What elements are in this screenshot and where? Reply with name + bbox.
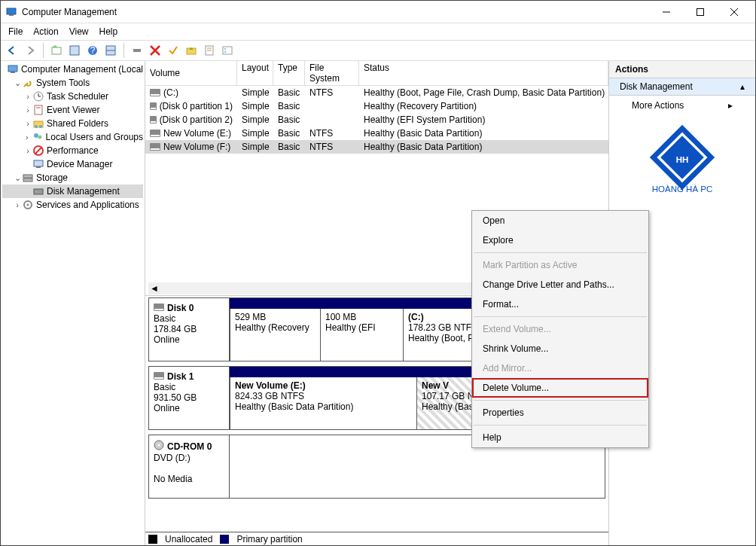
volume-status: Healthy (EFI System Partition) (359, 114, 608, 125)
volume-icon (150, 102, 157, 110)
tree-item-shared-folders[interactable]: ›Shared Folders (2, 117, 143, 130)
disk-info[interactable]: Disk 1Basic931.50 GBOnline (148, 366, 230, 430)
menu-file[interactable]: File (8, 26, 23, 37)
svg-text:?: ? (90, 45, 96, 56)
ctx-properties[interactable]: Properties (472, 403, 648, 422)
ctx-format-[interactable]: Format... (472, 294, 648, 314)
tree-twisty[interactable]: ⌄ (13, 78, 22, 88)
legend-primary: Primary partition (236, 534, 302, 544)
volume-name: New Volume (E:) (163, 128, 231, 139)
context-menu: OpenExploreMark Partition as ActiveChang… (471, 210, 649, 448)
svg-text:HOÀNG HÀ PC: HOÀNG HÀ PC (652, 185, 713, 194)
folder-up-button[interactable] (183, 42, 200, 59)
volume-row[interactable]: New Volume (E:)SimpleBasicNTFSHealthy (B… (145, 127, 608, 140)
ctx-delete-volume-[interactable]: Delete Volume... (472, 378, 648, 398)
col-layout[interactable]: Layout (237, 61, 273, 85)
partition[interactable]: New Volume (E:)824.33 GB NTFSHealthy (Ba… (230, 377, 416, 429)
volume-layout: Simple (237, 87, 273, 98)
disk-icon (154, 371, 164, 382)
close-button[interactable] (717, 1, 751, 23)
up-button[interactable] (48, 42, 65, 59)
actions-section[interactable]: Disk Management ▴ (609, 78, 755, 96)
scroll-left-icon[interactable]: ◄ (148, 282, 160, 294)
tree-item-device-manager[interactable]: Device Manager (2, 157, 143, 171)
ctx-open[interactable]: Open (472, 211, 648, 230)
partition-size: 529 MB (235, 312, 316, 322)
nav-tree[interactable]: Computer Management (Local⌄System Tools›… (1, 61, 145, 545)
col-type[interactable]: Type (273, 61, 305, 85)
disk-status: Online (154, 403, 224, 413)
svg-point-41 (35, 191, 37, 192)
volume-type: Basic (273, 142, 305, 152)
tree-item-computer-management-local[interactable]: Computer Management (Local (2, 63, 143, 76)
tree-twisty[interactable]: › (23, 105, 32, 114)
ctx-shrink-volume-[interactable]: Shrink Volume... (472, 339, 648, 358)
computer-management-window: Computer Management File Action View Hel… (0, 0, 756, 546)
volume-row[interactable]: (Disk 0 partition 1)SimpleBasicHealthy (… (145, 99, 608, 113)
delete-button[interactable] (147, 42, 163, 59)
volume-row[interactable]: New Volume (F:)SimpleBasicNTFSHealthy (B… (145, 140, 608, 154)
volume-row[interactable]: (C:)SimpleBasicNTFSHealthy (Boot, Page F… (145, 86, 608, 99)
tree-twisty[interactable]: › (23, 92, 32, 101)
menu-view[interactable]: View (69, 26, 89, 37)
tree-twisty[interactable]: › (13, 200, 22, 209)
settings-button[interactable] (129, 42, 145, 59)
partition[interactable]: 100 MBHealthy (EFI (320, 309, 403, 361)
actions-more[interactable]: More Actions ▸ (609, 96, 755, 115)
partition-title: New Volume (E:) (235, 380, 412, 391)
tree-item-performance[interactable]: ›Performance (2, 144, 143, 157)
tree-twisty[interactable]: ⌄ (13, 173, 22, 183)
tree-item-disk-management[interactable]: Disk Management (2, 185, 143, 198)
volume-status: Healthy (Basic Data Partition) (359, 142, 608, 152)
svg-rect-40 (34, 189, 43, 194)
back-button[interactable] (4, 42, 20, 59)
help-button[interactable]: ? (84, 42, 101, 59)
view-button-1[interactable] (66, 42, 83, 59)
volume-type: Basic (273, 114, 305, 125)
tree-twisty[interactable]: › (23, 146, 32, 155)
tree-item-system-tools[interactable]: ⌄System Tools (2, 76, 143, 90)
legend: Unallocated Primary partition (145, 532, 608, 545)
svg-point-45 (158, 444, 160, 447)
disk-icon (154, 440, 164, 453)
view-button-2[interactable] (102, 42, 119, 59)
tree-item-task-scheduler[interactable]: ›Task Scheduler (2, 90, 143, 103)
volume-header[interactable]: Volume Layout Type File System Status (145, 61, 608, 86)
tree-twisty[interactable]: › (23, 119, 32, 128)
legend-unallocated: Unallocated (165, 534, 212, 544)
ctx-change-drive-letter-and-paths-[interactable]: Change Drive Letter and Paths... (472, 275, 648, 294)
ctx-explore[interactable]: Explore (472, 230, 648, 250)
check-button[interactable] (165, 42, 181, 59)
tree-item-local-users-and-groups[interactable]: ›Local Users and Groups (2, 130, 143, 144)
col-filesystem[interactable]: File System (305, 61, 359, 85)
storage-icon (22, 172, 34, 184)
volume-type: Basic (273, 128, 305, 139)
col-volume[interactable]: Volume (145, 61, 237, 85)
tree-item-services-and-applications[interactable]: ›Services and Applications (2, 198, 143, 212)
task-icon (32, 90, 44, 102)
volume-type: Basic (273, 101, 305, 111)
disk-info[interactable]: Disk 0Basic178.84 GBOnline (148, 297, 230, 361)
maximize-button[interactable] (683, 1, 717, 23)
forward-button[interactable] (22, 42, 38, 59)
svc-icon (22, 199, 34, 211)
window-title: Computer Management (22, 7, 649, 17)
tree-item-storage[interactable]: ⌄Storage (2, 171, 143, 185)
disk-info[interactable]: CD-ROM 0DVD (D:) No Media (148, 435, 230, 499)
properties-button[interactable] (201, 42, 218, 59)
minimize-button[interactable] (649, 1, 683, 23)
tree-twisty[interactable]: › (23, 133, 32, 142)
tree-item-event-viewer[interactable]: ›Event Viewer (2, 103, 143, 117)
volume-icon (150, 89, 160, 96)
partition[interactable]: 529 MBHealthy (Recovery (230, 309, 320, 361)
partition-status: Healthy (Recovery (235, 322, 316, 333)
col-status[interactable]: Status (359, 61, 608, 85)
svg-point-32 (34, 133, 38, 138)
list-button[interactable] (219, 42, 236, 59)
menu-help[interactable]: Help (99, 26, 118, 37)
svg-rect-1 (9, 14, 14, 16)
menu-action[interactable]: Action (33, 26, 58, 37)
partition-status: Healthy (Basic Data Partition) (235, 401, 412, 412)
ctx-help[interactable]: Help (472, 428, 648, 447)
volume-row[interactable]: (Disk 0 partition 2)SimpleBasicHealthy (… (145, 113, 608, 127)
